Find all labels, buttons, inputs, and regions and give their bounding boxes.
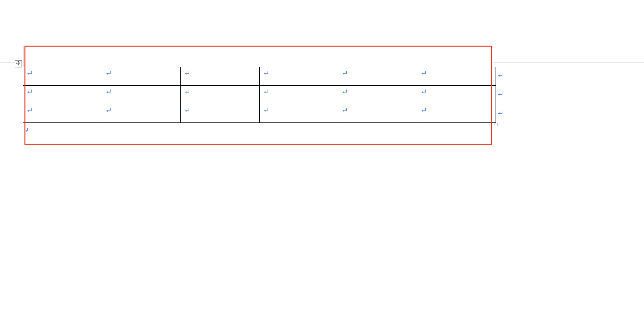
table-cell[interactable] bbox=[181, 104, 260, 123]
table-row[interactable] bbox=[23, 67, 496, 86]
page-margin-guide-right bbox=[493, 63, 644, 63]
paragraph-mark-icon bbox=[421, 88, 427, 95]
table-cell[interactable] bbox=[102, 104, 181, 123]
table-cell[interactable] bbox=[102, 86, 181, 104]
table-cell[interactable] bbox=[259, 67, 338, 86]
page-margin-tick-right bbox=[493, 46, 493, 67]
paragraph-mark-icon bbox=[105, 106, 112, 113]
table-row[interactable] bbox=[23, 104, 496, 123]
end-of-row-mark-icon bbox=[497, 109, 504, 116]
table-cell[interactable] bbox=[417, 104, 496, 123]
paragraph-mark-icon bbox=[184, 88, 191, 95]
table-cell[interactable] bbox=[338, 104, 417, 123]
table-cell[interactable] bbox=[181, 67, 260, 86]
paragraph-mark-icon bbox=[263, 69, 269, 76]
table-cell[interactable] bbox=[417, 67, 496, 86]
paragraph-mark-icon bbox=[263, 106, 269, 113]
paragraph-mark-icon bbox=[342, 106, 348, 113]
paragraph-mark-icon bbox=[24, 126, 30, 134]
table-cell[interactable] bbox=[338, 67, 417, 86]
table-move-handle[interactable] bbox=[15, 60, 22, 67]
table-cell[interactable] bbox=[417, 86, 496, 104]
paragraph-mark-icon bbox=[184, 69, 191, 76]
table-cell[interactable] bbox=[259, 86, 338, 104]
paragraph-mark-icon bbox=[184, 106, 191, 113]
page-margin-tick-left bbox=[23, 46, 23, 67]
move-arrows-icon bbox=[16, 61, 21, 67]
table-cell[interactable] bbox=[338, 86, 417, 104]
document-table-container bbox=[23, 67, 496, 123]
table-cell[interactable] bbox=[23, 67, 102, 86]
paragraph-mark-icon bbox=[26, 106, 33, 113]
end-of-row-mark-icon bbox=[497, 71, 504, 78]
paragraph-mark-icon bbox=[421, 69, 427, 76]
table-cell[interactable] bbox=[181, 86, 260, 104]
end-of-row-mark-icon bbox=[497, 90, 504, 97]
paragraph-mark-icon bbox=[421, 106, 427, 113]
paragraph-mark-icon bbox=[105, 69, 112, 76]
paragraph-mark-icon bbox=[342, 69, 348, 76]
paragraph-mark-icon bbox=[26, 88, 33, 95]
table-resize-handle[interactable] bbox=[495, 123, 498, 126]
table-cell[interactable] bbox=[23, 104, 102, 123]
document-table[interactable] bbox=[23, 67, 496, 123]
table-cell[interactable] bbox=[259, 104, 338, 123]
paragraph-mark-icon bbox=[342, 88, 348, 95]
paragraph-mark-icon bbox=[263, 88, 269, 95]
paragraph-mark-icon bbox=[105, 88, 112, 95]
table-cell[interactable] bbox=[102, 67, 181, 86]
table-row[interactable] bbox=[23, 86, 496, 104]
paragraph-mark-icon bbox=[26, 69, 33, 76]
table-cell[interactable] bbox=[23, 86, 102, 104]
